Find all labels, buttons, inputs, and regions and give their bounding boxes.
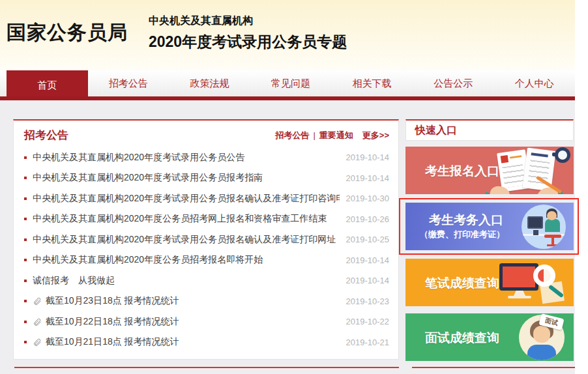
announcement-row[interactable]: 中央机关及其直属机构2020年度考试录用公务员报名确认及准考证打印网址 2019…	[24, 229, 389, 250]
paperclip-icon	[33, 338, 42, 347]
clock-icon	[555, 147, 570, 163]
bullet-icon	[24, 259, 27, 261]
exam-affairs-entry-button[interactable]: 考生考务入口 （缴费、打印准考证）	[405, 203, 574, 250]
announcement-date: 2019-10-25	[346, 235, 390, 244]
nav-tab-1[interactable]: 招考公告	[88, 70, 169, 96]
monitor-icon	[527, 216, 543, 229]
announcement-row[interactable]: 中央机关及其直属机构2020年度考试录用公务员报名确认及准考证打印咨询电话 20…	[24, 188, 389, 209]
monitor-icon	[499, 263, 538, 291]
main-nav: 首页招考公告政策法规常见问题相关下载公告公示个人中心	[0, 70, 575, 96]
announcement-link[interactable]: 中央机关及其直属机构2020年度考试录用公务员报名确认及准考证打印网址	[33, 234, 340, 246]
announcement-link[interactable]: 中央机关及其直属机构2020年度考试录用公务员报考指南	[33, 172, 340, 184]
announcement-date: 2019-10-21	[346, 338, 390, 347]
bullet-icon	[24, 218, 27, 220]
announcement-link[interactable]: 截至10月23日18点 报考情况统计	[46, 295, 340, 307]
next-panel-border-right	[412, 367, 575, 368]
announcements-header: 招考公告 招考公告|重要通知更多>>	[14, 121, 398, 144]
announcement-date: 2019-10-23	[346, 296, 390, 306]
content-area: 招考公告 招考公告|重要通知更多>> 中央机关及其直属机构2020年度考试录用公…	[0, 100, 575, 374]
site-subtitle: 中央机关及其直属机构 2020年度考试录用公务员专题	[149, 14, 347, 52]
announcement-row[interactable]: 截至10月22日18点 报考情况统计 2019-10-22	[24, 311, 389, 332]
site-header: 国家公务员局 中央机关及其直属机构 2020年度考试录用公务员专题	[0, 0, 575, 70]
announcement-link[interactable]: 中央机关及其直属机构2020年度考试录用公务员报名确认及准考证打印咨询电话	[33, 193, 340, 205]
bullet-icon	[24, 300, 27, 302]
announcements-title: 招考公告	[24, 128, 68, 143]
nav-tab-2[interactable]: 政策法规	[169, 70, 250, 96]
interview-score-query-label: 面试成绩查询	[425, 330, 499, 347]
page: 国家公务员局 中央机关及其直属机构 2020年度考试录用公务员专题 首页招考公告…	[0, 0, 588, 374]
paperclip-icon	[33, 317, 42, 326]
candidate-registration-entry-label: 考生报名入口	[425, 163, 499, 180]
announcement-link[interactable]: 诚信报考 从我做起	[33, 275, 340, 287]
quick-entry-title: 快速入口	[415, 124, 457, 137]
announcement-date: 2019-10-22	[346, 317, 390, 326]
registration-illustration	[488, 147, 574, 194]
announcement-link[interactable]: 中央机关及其直属机构2020年度考试录用公务员公告	[33, 152, 340, 164]
magnifier-icon	[533, 265, 555, 287]
written-score-query-button[interactable]: 笔试成绩查询	[405, 259, 574, 306]
more-link[interactable]: 更多>>	[362, 130, 389, 140]
computer-person-illustration	[522, 205, 566, 249]
announcement-row[interactable]: 中央机关及其直属机构2020年度考试录用公务员公告 2019-10-14	[24, 147, 389, 168]
nav-tab-6[interactable]: 个人中心	[493, 70, 575, 96]
written-score-query-label: 笔试成绩查询	[425, 275, 499, 292]
interview-score-query-button[interactable]: 面试成绩查询 面试	[405, 313, 574, 361]
announcement-row[interactable]: 中央机关及其直属机构2020年度公务员招考报名即将开始 2019-10-14	[24, 250, 389, 271]
paperclip-icon	[33, 296, 42, 306]
exam-affairs-entry-label: 考生考务入口	[429, 212, 503, 229]
announcements-panel: 招考公告 招考公告|重要通知更多>> 中央机关及其直属机构2020年度考试录用公…	[13, 119, 399, 360]
interview-speech-bubble: 面试	[538, 313, 564, 330]
announcement-date: 2019-10-14	[346, 152, 390, 162]
announcement-link[interactable]: 截至10月22日18点 报考情况统计	[46, 316, 340, 328]
announcement-row[interactable]: 诚信报考 从我做起 2019-10-14	[24, 270, 389, 291]
announcement-date: 2019-10-30	[346, 194, 390, 203]
announcement-row[interactable]: 中央机关及其直属机构2020年度公务员招考网上报名和资格审查工作结束 2019-…	[24, 209, 389, 230]
announcement-date: 2019-10-14	[346, 276, 390, 285]
bullet-icon	[24, 197, 27, 200]
filter-link-important-notices[interactable]: 重要通知	[319, 130, 353, 140]
announcement-date: 2019-10-14	[346, 255, 390, 265]
bullet-icon	[24, 156, 27, 159]
announcement-date: 2019-10-26	[346, 214, 390, 224]
announcement-row[interactable]: 截至10月23日18点 报考情况统计 2019-10-23	[24, 291, 389, 312]
nav-tabs: 首页招考公告政策法规常见问题相关下载公告公示个人中心	[7, 70, 575, 96]
bullet-icon	[24, 321, 27, 323]
announcement-date: 2019-10-14	[346, 173, 390, 183]
announcement-link[interactable]: 截至10月21日18点 报考情况统计	[46, 336, 340, 348]
bullet-icon	[24, 177, 27, 179]
quick-entry-panel: 快速入口	[405, 119, 574, 141]
announcement-list: 中央机关及其直属机构2020年度考试录用公务员公告 2019-10-14 中央机…	[14, 147, 398, 352]
bullet-icon	[24, 341, 27, 343]
nav-tab-4[interactable]: 相关下载	[331, 70, 413, 96]
filter-link-announcements[interactable]: 招考公告	[275, 130, 309, 140]
score-search-illustration	[495, 262, 568, 304]
announcement-link[interactable]: 中央机关及其直属机构2020年度公务员招考报名即将开始	[33, 254, 340, 266]
site-logo: 国家公务员局	[7, 20, 128, 46]
page-title: 2020年度考试录用公务员专题	[149, 32, 347, 52]
next-panel-border-left	[14, 367, 399, 368]
candidate-registration-entry-button[interactable]: 考生报名入口	[405, 147, 574, 194]
filter-separator: |	[313, 130, 315, 140]
bullet-icon	[24, 280, 27, 282]
subtitle-line1: 中央机关及其直属机构	[149, 14, 347, 28]
chair-icon	[544, 235, 561, 238]
nav-tab-5[interactable]: 公告公示	[413, 70, 494, 96]
emblem-icon	[501, 155, 508, 163]
exam-affairs-entry-sublabel: （缴费、打印准考证）	[420, 229, 505, 240]
announcement-link[interactable]: 中央机关及其直属机构2020年度公务员招考网上报名和资格审查工作结束	[33, 213, 340, 225]
person-icon	[547, 211, 557, 220]
announcement-row[interactable]: 截至10月21日18点 报考情况统计 2019-10-21	[24, 332, 389, 353]
announcements-filter-links: 招考公告|重要通知更多>>	[275, 130, 389, 141]
announcement-row[interactable]: 中央机关及其直属机构2020年度考试录用公务员报考指南 2019-10-14	[24, 168, 389, 189]
bullet-icon	[24, 238, 27, 241]
nav-tab-3[interactable]: 常见问题	[250, 70, 332, 96]
